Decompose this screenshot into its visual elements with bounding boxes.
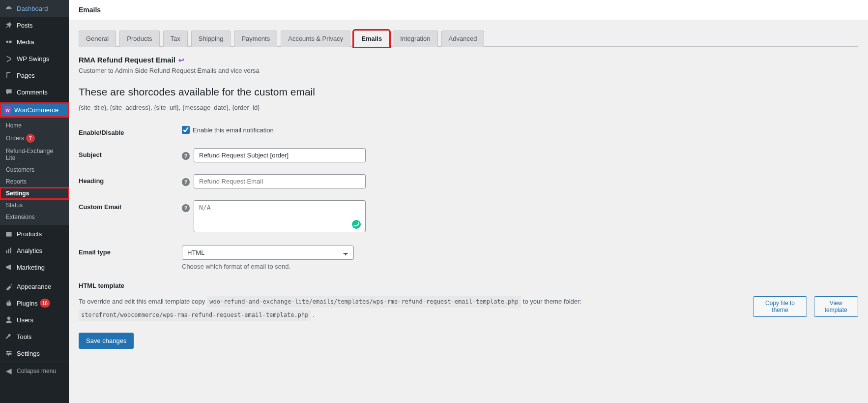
orders-badge: 7 [26,134,35,143]
wpswings-icon [4,54,14,63]
sidebar-label: WP Swings [17,55,49,62]
svg-rect-5 [8,249,9,253]
page-header: Emails [69,0,868,20]
pin-icon [4,20,14,30]
heading-label: Heading [79,174,182,185]
analytics-icon [4,246,14,255]
sidebar-item-analytics[interactable]: Analytics [0,242,69,259]
sidebar-label: WooCommerce [14,106,58,114]
sidebar-item-plugins[interactable]: Plugins 16 [0,295,69,311]
email-type-select[interactable]: HTML [182,246,354,260]
tab-accounts-privacy[interactable]: Accounts & Privacy [281,31,350,47]
grammarly-icon[interactable] [352,220,361,229]
save-changes-button[interactable]: Save changes [79,333,134,349]
plugins-badge: 16 [40,299,50,308]
marketing-icon [4,262,14,272]
sidebar-item-settings[interactable]: Settings [0,345,69,362]
email-settings-form: Enable/Disable Enable this email notific… [79,126,858,270]
sidebar-label: Users [17,316,33,324]
sidebar-item-tools[interactable]: Tools [0,328,69,345]
tools-icon [4,332,14,341]
sidebar-item-woocommerce[interactable]: W WooCommerce [0,103,69,117]
appearance-icon [4,281,14,291]
sidebar-label: Marketing [17,264,45,271]
sidebar-label: Tools [17,333,31,341]
tab-emails[interactable]: Emails [354,31,389,47]
custom-email-textarea[interactable] [194,200,366,232]
email-type-label: Email type [79,246,182,256]
submenu-customers[interactable]: Customers [0,164,69,176]
submenu-home[interactable]: Home [0,120,69,131]
view-template-button[interactable]: View template [814,296,859,317]
collapse-menu[interactable]: ◀ Collapse menu [0,362,69,380]
heading-input[interactable] [194,174,366,188]
svg-rect-4 [6,250,7,253]
back-link-icon[interactable]: ↩ [178,56,184,64]
template-instructions: To override and edit this email template… [79,296,745,321]
submenu-reports[interactable]: Reports [0,176,69,187]
submenu-extensions[interactable]: Extensions [0,211,69,223]
sidebar-item-marketing[interactable]: Marketing [0,259,69,276]
template-source-path: woo-refund-and-exchange-lite/emails/temp… [207,296,521,308]
svg-rect-3 [6,232,11,237]
submenu-refund-exchange[interactable]: Refund-Exchange Lite [0,145,69,164]
settings-tabs: General Products Tax Shipping Payments A… [79,30,858,47]
help-icon[interactable]: ? [182,152,190,160]
sidebar-item-products[interactable]: Products [0,225,69,242]
sidebar-label: Plugins [17,300,38,307]
sidebar-label: Appearance [17,283,51,290]
sidebar-label: Dashboard [17,5,48,12]
svg-point-13 [8,354,9,356]
subject-input[interactable] [194,148,366,162]
help-icon[interactable]: ? [182,178,190,186]
woocommerce-submenu: Home Orders7 Refund-Exchange Lite Custom… [0,117,69,225]
enable-label: Enable/Disable [79,126,182,136]
tab-payments[interactable]: Payments [234,31,277,47]
tab-general[interactable]: General [79,31,116,47]
tab-shipping[interactable]: Shipping [191,31,231,47]
tab-integration[interactable]: Integration [393,31,437,47]
enable-checkbox-label: Enable this email notification [193,126,274,134]
sidebar-label: Media [17,38,34,46]
sidebar-label: Analytics [17,247,42,254]
users-icon [4,315,14,325]
enable-checkbox[interactable] [182,126,190,134]
sidebar-item-appearance[interactable]: Appearance [0,278,69,295]
dashboard-icon [4,3,14,13]
sidebar-label: Posts [17,22,33,29]
email-type-description: Choose which format of email to send. [182,263,354,270]
tab-products[interactable]: Products [119,31,159,47]
svg-rect-2 [7,73,11,78]
sidebar-label: Comments [17,89,48,96]
sidebar-label: Settings [17,350,40,357]
sidebar-item-comments[interactable]: Comments [0,84,69,100]
svg-point-12 [9,352,11,354]
help-icon[interactable]: ? [182,204,190,212]
plugins-icon [4,298,14,308]
subject-label: Subject [79,148,182,158]
sidebar-item-dashboard[interactable]: Dashboard [0,0,69,17]
sidebar-item-wpswings[interactable]: WP Swings [0,50,69,67]
sidebar-item-media[interactable]: Media [0,33,69,50]
tab-tax[interactable]: Tax [163,31,188,47]
sidebar-item-users[interactable]: Users [0,311,69,328]
submenu-status[interactable]: Status [0,199,69,211]
sidebar-item-pages[interactable]: Pages [0,67,69,84]
svg-point-11 [7,351,8,352]
svg-rect-6 [10,248,11,253]
copy-file-button[interactable]: Copy file to theme [753,296,807,317]
sidebar-label: Products [17,230,42,238]
collapse-icon: ◀ [4,366,14,376]
svg-point-7 [7,317,10,320]
section-title: RMA Refund Request Email ↩ [79,56,858,64]
section-description: Customer to Admin Side Refund Request Em… [79,67,858,74]
custom-email-label: Custom Email [79,200,182,211]
media-icon [4,37,14,47]
main-content: Emails General Products Tax Shipping Pay… [69,0,868,403]
sidebar-item-posts[interactable]: Posts [0,17,69,33]
woocommerce-icon: W [4,106,11,114]
submenu-orders[interactable]: Orders7 [0,131,69,145]
tab-advanced[interactable]: Advanced [441,31,485,47]
submenu-settings[interactable]: Settings [0,187,69,199]
shortcodes-title: These are shorcodes available for the cu… [79,86,858,98]
